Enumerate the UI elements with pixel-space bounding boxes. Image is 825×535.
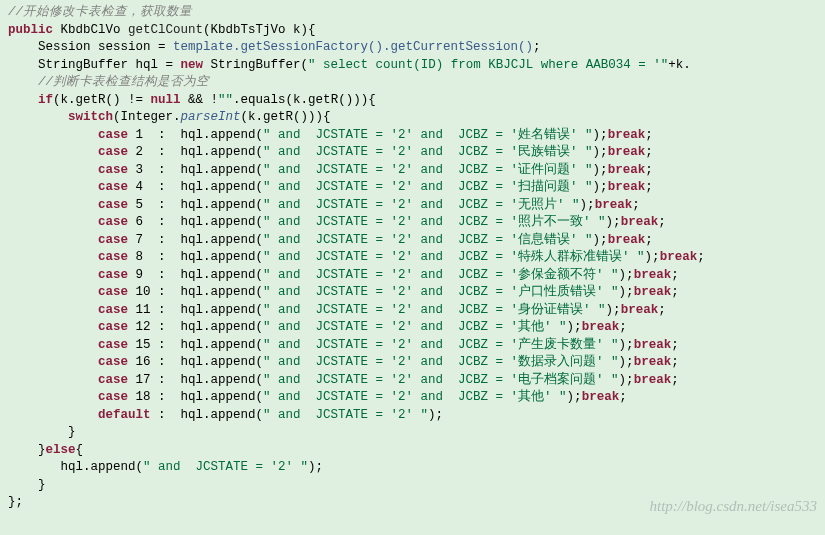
code-snippet: //开始修改卡表检查，获取数量 public KbdbClVo getClCou… — [8, 4, 817, 512]
